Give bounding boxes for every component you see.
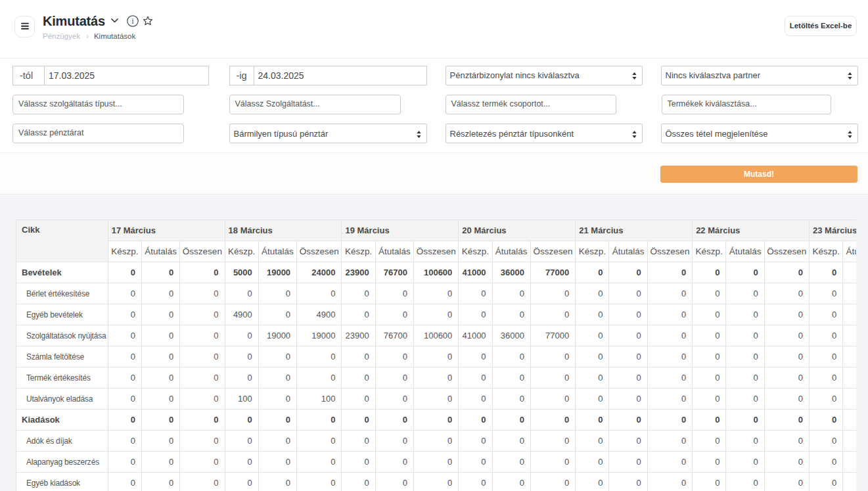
svg-text:i: i xyxy=(131,17,133,25)
